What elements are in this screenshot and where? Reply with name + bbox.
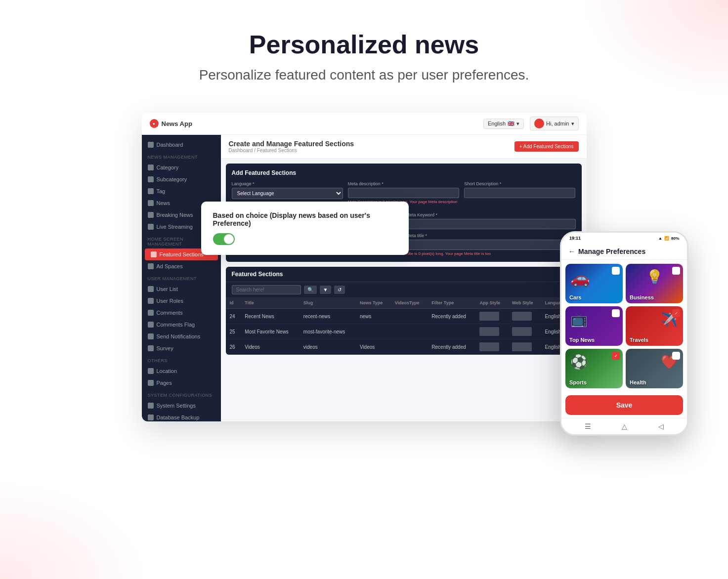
sidebar-item-tag[interactable]: Tag xyxy=(142,185,221,197)
home-icon[interactable]: △ xyxy=(622,422,627,430)
cell-news-type: Videos xyxy=(356,339,391,355)
phone-status-icons: ▲ 📶 80% xyxy=(658,236,679,241)
save-button[interactable]: Save xyxy=(565,395,683,415)
page-subtitle: Personalize featured content as per user… xyxy=(10,67,718,83)
col-app-style: App Style xyxy=(475,297,508,309)
sidebar-item-send-notifications[interactable]: Send Notifications xyxy=(142,331,221,342)
sidebar-section-user-management: User Management xyxy=(142,272,221,283)
sidebar-item-ad-spaces[interactable]: Ad Spaces xyxy=(142,260,221,272)
cars-checkbox[interactable] xyxy=(612,267,620,275)
news-icon xyxy=(148,200,154,206)
pref-card-cars[interactable]: Cars xyxy=(565,264,623,303)
featured-sections-icon xyxy=(151,251,157,257)
sports-label: Sports xyxy=(569,379,587,385)
menu-icon[interactable]: ☰ xyxy=(585,422,591,430)
cell-videos-type xyxy=(391,309,428,324)
preferences-grid: Cars Business Top News ✓ Travels ✓ Sport… xyxy=(561,260,687,392)
preference-popup: Based on choice (Display news based on u… xyxy=(221,202,409,255)
page-title: Personalized news xyxy=(10,30,718,59)
comments-icon xyxy=(148,310,154,316)
health-checkbox[interactable] xyxy=(672,352,680,360)
sports-checkbox[interactable]: ✓ xyxy=(612,352,620,360)
cell-videos-type xyxy=(391,324,428,339)
short-description-label: Short Description * xyxy=(464,181,575,186)
sidebar-item-pages[interactable]: Pages xyxy=(142,377,221,389)
pref-card-travels[interactable]: ✓ Travels xyxy=(626,306,683,346)
language-flag: 🇬🇧 xyxy=(508,121,514,127)
language-label: Language * xyxy=(232,181,343,186)
travels-checkbox[interactable]: ✓ xyxy=(672,309,680,317)
refresh-button[interactable]: ↺ xyxy=(334,286,345,294)
cell-id: 25 xyxy=(226,324,241,339)
cell-title: Videos xyxy=(241,339,300,355)
cell-filter-type: Recently added xyxy=(428,309,475,324)
sidebar-item-survey[interactable]: Survey xyxy=(142,342,221,354)
sidebar-item-user-list[interactable]: User List xyxy=(142,283,221,295)
meta-title-error: Title is 0 pixel(s) long. Your page Meta… xyxy=(406,251,576,256)
table-row: 25 Most Favorite News most-favorite-news… xyxy=(226,324,582,339)
preference-toggle[interactable] xyxy=(221,233,235,245)
wifi-icon: 📶 xyxy=(664,236,669,241)
user-avatar xyxy=(534,119,544,128)
search-button[interactable]: 🔍 xyxy=(304,286,317,294)
sidebar-section-news-management: News Management xyxy=(142,151,221,162)
user-chevron-icon: ▾ xyxy=(571,121,574,127)
chevron-down-icon: ▾ xyxy=(516,121,519,127)
col-filter-type: Filter Type xyxy=(428,297,475,309)
topbar-right: English 🇬🇧 ▾ Hi, admin ▾ xyxy=(483,117,579,130)
sidebar-section-system: System Configurations xyxy=(142,389,221,400)
sidebar-item-comments-flag[interactable]: Comments Flag xyxy=(142,319,221,331)
pref-card-business[interactable]: Business xyxy=(626,264,683,303)
cell-slug: most-favorite-news xyxy=(300,324,356,339)
cell-slug: recent-news xyxy=(300,309,356,324)
table-row: 26 Videos videos Videos Recently added E… xyxy=(226,339,582,355)
meta-keyword-label: Meta Keyword * xyxy=(406,212,576,217)
language-select[interactable]: Select Language xyxy=(232,188,343,199)
page-header: Personalized news Personalize featured c… xyxy=(0,0,728,103)
phone-time: 19:11 xyxy=(569,236,581,241)
sidebar-item-subcategory[interactable]: Subcategory xyxy=(142,173,221,185)
sidebar-item-user-roles[interactable]: User Roles xyxy=(142,295,221,307)
cell-id: 24 xyxy=(226,309,241,324)
back-arrow-icon[interactable]: ← xyxy=(568,248,575,255)
breadcrumb: Dashboard / Featured Sections xyxy=(229,148,354,153)
table-title: Featured Sections xyxy=(232,271,576,278)
bell-icon xyxy=(148,333,154,339)
phone-mockup: 19:11 ▲ 📶 80% ← Manage Preferences Cars xyxy=(560,231,688,436)
filter-button[interactable]: ▼ xyxy=(320,286,332,294)
sidebar-item-dashboard[interactable]: Dashboard xyxy=(142,139,221,151)
sidebar-item-database-backup[interactable]: Database Backup xyxy=(142,412,221,421)
pref-card-health[interactable]: Health xyxy=(626,349,683,388)
cell-title: Most Favorite News xyxy=(241,324,300,339)
main-content: News App English 🇬🇧 ▾ Hi, admin ▾ xyxy=(0,103,728,431)
meta-keyword-input[interactable] xyxy=(406,219,576,229)
business-checkbox[interactable] xyxy=(672,267,680,275)
sidebar: Dashboard News Management Category Subca… xyxy=(142,135,221,421)
gear-icon xyxy=(148,403,154,409)
breaking-news-icon xyxy=(148,212,154,218)
add-featured-section-button[interactable]: + Add Featured Sections xyxy=(514,141,579,152)
sidebar-section-others: Others xyxy=(142,354,221,365)
pref-card-sports[interactable]: ✓ Sports xyxy=(565,349,623,388)
table-search-input[interactable] xyxy=(232,285,301,294)
phone-screen-title: Manage Preferences xyxy=(578,248,645,255)
table-row: 24 Recent News recent-news news Recently… xyxy=(226,309,582,324)
pref-card-top-news[interactable]: Top News xyxy=(565,306,623,346)
topnews-checkbox[interactable] xyxy=(612,309,620,317)
app-name: News App xyxy=(162,120,192,127)
language-selector[interactable]: English 🇬🇧 ▾ xyxy=(483,119,524,129)
survey-icon xyxy=(148,345,154,351)
back-nav-icon[interactable]: ◁ xyxy=(658,422,664,430)
col-videos-type: VideosType xyxy=(391,297,428,309)
database-icon xyxy=(148,414,154,420)
sidebar-item-system-settings[interactable]: System Settings xyxy=(142,400,221,412)
short-description-input[interactable] xyxy=(464,188,575,198)
page-title-area: Create and Manage Featured Sections Dash… xyxy=(229,140,354,153)
user-menu[interactable]: Hi, admin ▾ xyxy=(530,117,578,130)
meta-description-input[interactable] xyxy=(348,188,459,198)
pages-icon xyxy=(148,380,154,386)
sidebar-item-location[interactable]: Location xyxy=(142,365,221,377)
sidebar-item-category[interactable]: Category xyxy=(142,162,221,173)
meta-title-input[interactable] xyxy=(406,240,576,250)
sidebar-item-comments[interactable]: Comments xyxy=(142,307,221,319)
